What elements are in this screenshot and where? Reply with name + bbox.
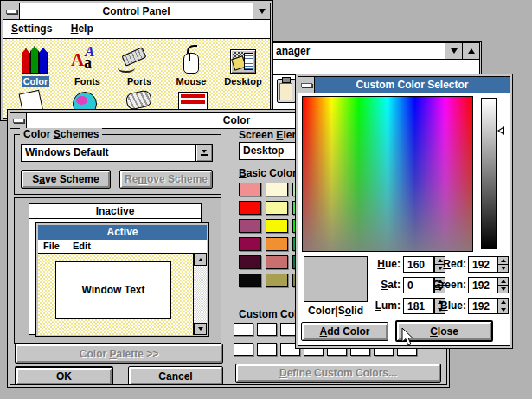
custom-color-swatch[interactable] xyxy=(257,323,277,336)
icon-ports[interactable]: Ports xyxy=(114,42,164,87)
basic-color-swatch[interactable] xyxy=(239,219,261,233)
save-scheme-label: Save Scheme xyxy=(32,173,99,185)
system-menu-icon[interactable] xyxy=(3,3,20,19)
red-input[interactable]: 192 xyxy=(468,256,497,273)
hue-saturation-field[interactable] xyxy=(302,96,473,252)
ok-label: OK xyxy=(56,370,72,383)
custom-color-swatch[interactable] xyxy=(234,323,253,336)
luminosity-bar[interactable] xyxy=(481,98,497,249)
ports-icon xyxy=(114,42,164,75)
preview-menu-edit[interactable]: Edit xyxy=(73,241,91,251)
icon-label: Desktop xyxy=(222,76,263,87)
cancel-button[interactable]: Cancel xyxy=(128,366,223,385)
green-stepper[interactable] xyxy=(497,277,509,293)
remove-scheme-button: Remove Scheme xyxy=(119,170,213,189)
blue-input[interactable]: 192 xyxy=(468,298,497,314)
desktop-icon xyxy=(218,42,268,75)
fonts-icon: A A a xyxy=(62,42,112,75)
remove-scheme-label: Remove Scheme xyxy=(125,173,208,185)
icon-label: Ports xyxy=(125,76,153,87)
menu-settings[interactable]: Settings xyxy=(3,20,60,37)
preview-inactive-title[interactable]: Inactive xyxy=(29,204,201,219)
sat-label: Sat: xyxy=(369,277,401,293)
minimize-button[interactable] xyxy=(445,43,462,59)
preview-window-background[interactable]: Window Text xyxy=(38,254,207,335)
define-custom-colors-label: Define Custom Colors... xyxy=(279,367,397,379)
basic-color-swatch[interactable] xyxy=(266,274,288,287)
partial-coil-icon[interactable] xyxy=(125,89,152,111)
minimize-button[interactable] xyxy=(253,3,270,19)
menu-help[interactable]: Help xyxy=(63,20,101,37)
custom-color-selector-dialog: Custom Color Selector Color|Solid Hue: 1… xyxy=(295,74,513,349)
crayons-icon xyxy=(10,42,61,75)
red-stepper[interactable] xyxy=(497,256,509,273)
icon-color[interactable]: Color xyxy=(10,42,61,87)
basic-color-swatch[interactable] xyxy=(239,183,261,196)
red-label: Red: xyxy=(430,256,466,273)
color-solid-label[interactable]: Color|Solid xyxy=(298,305,373,317)
custom-color-swatch[interactable] xyxy=(257,343,277,356)
blue-label: Blue: xyxy=(430,298,466,314)
cancel-label: Cancel xyxy=(158,370,192,383)
basic-color-swatch[interactable] xyxy=(239,201,261,215)
system-menu-icon[interactable] xyxy=(298,77,315,93)
color-palette-button: Color Palette >> xyxy=(15,344,223,364)
basic-color-swatch[interactable] xyxy=(266,219,288,233)
luminosity-marker-icon[interactable] xyxy=(497,126,504,135)
basic-color-swatch[interactable] xyxy=(266,255,288,269)
preview-menu-bar[interactable]: File Edit xyxy=(38,240,207,254)
define-custom-colors-button: Define Custom Colors... xyxy=(235,364,441,383)
icon-desktop[interactable]: Desktop xyxy=(218,42,268,87)
add-color-button[interactable]: Add Color xyxy=(301,322,388,341)
system-menu-icon[interactable] xyxy=(10,113,27,128)
color-solid-preview xyxy=(304,256,368,302)
preview-active-title[interactable]: Active xyxy=(38,225,207,240)
basic-color-swatch[interactable] xyxy=(239,255,261,269)
basic-color-swatch[interactable] xyxy=(266,183,288,196)
icon-label: Fonts xyxy=(73,76,102,87)
control-panel-title: Control Panel xyxy=(20,3,253,19)
basic-color-swatch[interactable] xyxy=(266,201,288,215)
control-panel-client: Color A A a Fonts Ports xyxy=(3,39,270,118)
basic-color-swatch[interactable] xyxy=(266,237,288,251)
program-manager-title: anager xyxy=(265,43,445,59)
hue-label: Hue: xyxy=(369,256,401,273)
selector-title: Custom Color Selector xyxy=(315,77,510,93)
scheme-combobox[interactable]: Windows Default xyxy=(21,144,213,162)
blue-stepper[interactable] xyxy=(497,298,509,314)
custom-color-swatch[interactable] xyxy=(234,343,253,356)
mouse-cursor-icon xyxy=(401,327,414,350)
preview-active-window[interactable]: Active File Edit Window Text xyxy=(35,222,209,337)
mouse-icon xyxy=(166,42,216,75)
preview-scrollbar[interactable] xyxy=(193,254,207,335)
program-manager-titlebar[interactable]: anager xyxy=(265,43,479,60)
preview-menu-file[interactable]: File xyxy=(43,241,60,251)
add-color-label: Add Color xyxy=(320,325,370,338)
icon-mouse[interactable]: Mouse xyxy=(166,42,216,87)
ok-button[interactable]: OK xyxy=(15,366,113,385)
lum-label: Lum: xyxy=(369,298,401,314)
selector-client: Color|Solid Hue: 160 Sat: 0 Lum: 181 Red… xyxy=(298,93,510,345)
selector-titlebar[interactable]: Custom Color Selector xyxy=(298,77,510,93)
icon-fonts[interactable]: A A a Fonts xyxy=(62,42,112,87)
scheme-value: Windows Default xyxy=(22,145,195,161)
scheme-preview[interactable]: Inactive Active File Edit Window Text xyxy=(14,197,221,344)
chevron-down-icon[interactable] xyxy=(195,145,212,161)
save-scheme-button[interactable]: Save Scheme xyxy=(21,170,111,189)
green-input[interactable]: 192 xyxy=(468,277,497,293)
control-panel-menubar: Settings Help xyxy=(3,20,270,39)
scroll-up-icon[interactable] xyxy=(194,254,207,266)
maximize-button[interactable] xyxy=(462,43,479,59)
screen-element-value: Desktop xyxy=(240,143,299,159)
basic-color-swatch[interactable] xyxy=(239,237,261,251)
scroll-down-icon[interactable] xyxy=(194,323,207,335)
color-schemes-label: Color Schemes xyxy=(20,128,102,140)
clipboard-icon[interactable] xyxy=(277,79,296,103)
icon-label: Color xyxy=(22,76,50,87)
preview-window-text-box[interactable]: Window Text xyxy=(55,261,171,319)
control-panel-titlebar[interactable]: Control Panel xyxy=(3,3,270,20)
preview-window-text: Window Text xyxy=(82,284,145,296)
basic-color-swatch[interactable] xyxy=(239,274,261,287)
icon-label: Mouse xyxy=(175,76,208,87)
control-panel-window: Control Panel Settings Help Color xyxy=(0,0,273,121)
